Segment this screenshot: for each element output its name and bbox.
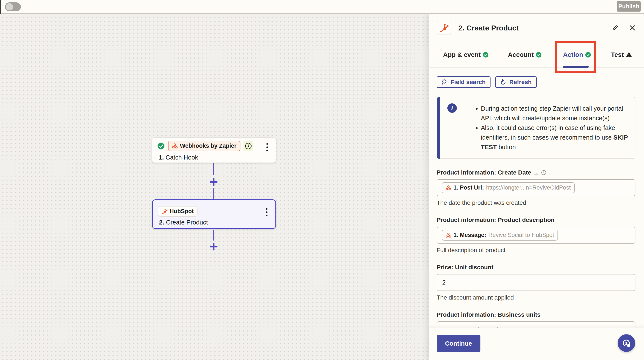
panel-tabs: App & event Account Action Test [429,42,644,68]
field-label: Price: Unit discount [437,264,493,271]
support-chat-icon [622,338,631,348]
rename-step-button[interactable] [611,23,620,32]
info-icon: i [447,103,457,113]
field-helper: The discount amount applied [437,294,636,301]
mapped-data-token[interactable]: 1. Post Url: https://longter...n=ReviveO… [442,182,575,193]
clock-icon [541,170,546,176]
connector-line [213,163,214,176]
panel-title: 2. Create Product [458,24,519,32]
info-bullet: Also, it could cause error(s) in case of… [481,123,636,152]
step-menu-button[interactable] [264,141,270,153]
tab-action[interactable]: Action [563,42,591,67]
help-chat-button[interactable] [618,334,635,352]
field-search-button[interactable]: Field search [437,76,490,88]
field-label: Product information: Business units [437,311,540,318]
refresh-button[interactable]: Refresh [495,76,536,88]
step-menu-button[interactable] [264,206,270,218]
field-helper: Full description of product [437,247,636,254]
app-pill-label: HubSpot [170,208,194,215]
token-label: 1. Post Url: [454,184,484,191]
field-product-description: Product information: Product description… [437,216,636,254]
unit-discount-input[interactable] [442,274,635,291]
add-step-button[interactable] [209,178,218,186]
publish-button[interactable]: Publish [617,1,641,11]
hubspot-app-icon-box [437,21,451,35]
pencil-icon [612,24,619,31]
window-left-edge [0,0,1,14]
tab-test[interactable]: Test [611,42,632,67]
field-create-date: Product information: Create Date [437,169,636,206]
app-pill-webhooks[interactable]: Webhooks by Zapier [168,141,240,151]
token-value: https://longter...n=ReviveOldPost [486,184,571,191]
field-unit-discount: Price: Unit discount The discount amount… [437,264,636,301]
info-callout: i During action testing step Zapier will… [437,97,636,159]
warning-icon [626,52,632,58]
info-bullet: During action testing step Zapier will c… [481,104,636,123]
close-icon [629,24,636,31]
webhook-icon [446,232,451,238]
product-description-input[interactable]: 1. Message: Revive Social to HubSpot [437,227,636,244]
panel-footer: Continue [429,328,644,360]
step-success-icon [157,142,165,150]
step-settings-panel: 2. Create Product App & event Account [429,14,644,360]
search-icon [442,79,448,85]
check-circle-icon [483,52,488,58]
app-pill-hubspot[interactable]: HubSpot [158,206,198,216]
step-card-catch-hook[interactable]: Webhooks by Zapier 1.Catch Hook [152,138,276,163]
hubspot-icon [440,23,448,32]
tab-account[interactable]: Account [508,42,542,67]
zap-on-off-toggle[interactable] [5,2,21,11]
panel-body: Field search Refresh i During action tes… [429,68,644,349]
create-date-input[interactable]: 1. Post Url: https://longter...n=ReviveO… [437,179,636,196]
close-panel-button[interactable] [628,23,637,32]
check-circle-icon [536,52,542,58]
top-bar: Publish [0,0,644,14]
field-helper: The date the product was created [437,199,636,206]
hubspot-icon [162,208,168,214]
tab-app-and-event[interactable]: App & event [443,42,488,67]
active-tab-underline [563,66,588,68]
info-accent-bar [437,97,440,159]
lightning-icon [245,143,252,150]
field-label: Product information: Create Date [437,169,531,176]
step-title: 1.Catch Hook [159,154,198,161]
add-step-button[interactable] [209,242,218,251]
continue-button[interactable]: Continue [437,335,480,352]
step-card-create-product[interactable]: HubSpot 2.Create Product [152,199,276,229]
app-pill-label: Webhooks by Zapier [180,143,236,149]
connector-line [213,230,214,241]
refresh-icon [500,79,506,85]
panel-header: 2. Create Product [429,14,644,42]
check-circle-icon [585,52,591,58]
webhook-icon [446,185,451,191]
token-value: Revive Social to HubSpot [488,232,554,238]
calendar-icon [533,170,539,176]
token-label: 1. Message: [454,232,486,238]
instant-trigger-badge [244,141,253,151]
toggle-knob [6,3,13,11]
mapped-data-token[interactable]: 1. Message: Revive Social to HubSpot [442,230,558,241]
connector-line [213,188,214,200]
webhook-icon [172,143,178,149]
field-label: Product information: Product description [437,216,554,223]
step-title: 2.Create Product [159,219,208,226]
